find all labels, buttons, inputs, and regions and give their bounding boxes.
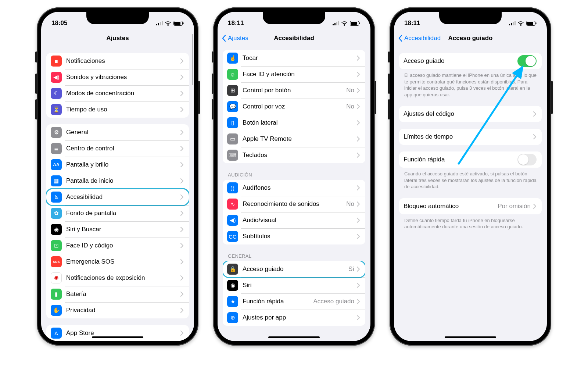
chevron-right-icon bbox=[356, 315, 360, 320]
footer-text: Define cuánto tiempo tarda tu iPhone en … bbox=[399, 214, 542, 232]
status-time: 18:11 bbox=[404, 19, 420, 27]
row-label: Acceso guiado bbox=[404, 57, 517, 65]
row-reconocimiento-de-sonidos[interactable]: ∿Reconocimiento de sonidosNo bbox=[223, 196, 365, 212]
row-fondo-de-pantalla[interactable]: ✿Fondo de pantalla bbox=[46, 205, 189, 221]
row-funcion-rapida[interactable]: ★Función rápidaAcceso guiado bbox=[223, 293, 365, 310]
row-control-por-voz[interactable]: 💬Control por vozNo bbox=[223, 99, 365, 115]
row-label: Acceso guiado bbox=[243, 265, 348, 273]
notch bbox=[86, 12, 149, 24]
row-acceso-guiado[interactable]: 🔒Acceso guiadoSí bbox=[223, 261, 365, 277]
row-passcode-settings[interactable]: Ajustes del código bbox=[399, 106, 542, 122]
row-app-store[interactable]: AApp Store bbox=[46, 325, 189, 341]
row-siri-y-buscar[interactable]: ◉Siri y Buscar bbox=[46, 221, 189, 238]
row-sonidos-y-vibraciones[interactable]: ◀)Sonidos y vibraciones bbox=[46, 69, 189, 85]
chevron-right-icon bbox=[180, 259, 184, 264]
row-control-por-boton[interactable]: ⊞Control por botónNo bbox=[223, 82, 365, 99]
screen-accessibility: 18:11 Ajustes Accesibilidad ☝Tocar☺Face … bbox=[218, 12, 370, 341]
status-icons bbox=[509, 21, 537, 26]
status-icons bbox=[156, 21, 184, 26]
row-label: Botón lateral bbox=[243, 119, 356, 126]
row-emergencia-sos[interactable]: SOSEmergencia SOS bbox=[46, 254, 189, 270]
row-time-limits[interactable]: Límites de tiempo bbox=[399, 129, 542, 145]
aa-icon: AA bbox=[51, 159, 62, 170]
row-face-id-y-codigo[interactable]: ⊡Face ID y código bbox=[46, 238, 189, 254]
status-icons bbox=[333, 21, 360, 26]
guided-access-settings[interactable]: Acceso guiado El acceso guiado mantiene … bbox=[394, 46, 547, 341]
row-subtitulos[interactable]: CCSubtítulos bbox=[223, 228, 365, 244]
back-button[interactable]: Ajustes bbox=[221, 30, 248, 46]
home-indicator[interactable] bbox=[92, 336, 143, 338]
chevron-right-icon bbox=[180, 275, 184, 281]
row-accesibilidad[interactable]: ♿︎Accesibilidad bbox=[46, 189, 189, 205]
row-siri[interactable]: ◉Siri bbox=[223, 277, 365, 293]
row-apple-tv-remote[interactable]: ▭Apple TV Remote bbox=[223, 131, 365, 147]
shortcut-switch[interactable] bbox=[517, 154, 537, 165]
screen-guided-access: 18:11 Accesibilidad Acceso guiado Acceso… bbox=[394, 12, 547, 341]
hand-icon: ✋ bbox=[51, 305, 62, 316]
scrollbar[interactable] bbox=[192, 34, 193, 85]
siri-icon: ◉ bbox=[227, 280, 238, 291]
chevron-right-icon bbox=[356, 104, 360, 109]
chevron-right-icon bbox=[356, 299, 360, 304]
touch-icon: ☝ bbox=[227, 53, 238, 64]
chevron-right-icon bbox=[356, 267, 360, 272]
face-icon: ☺ bbox=[227, 69, 238, 80]
row-label: Tiempo de uso bbox=[66, 106, 180, 113]
row-guided-access-toggle[interactable]: Acceso guiado bbox=[399, 53, 542, 69]
row-audiovisual[interactable]: ◀)Audio/visual bbox=[223, 212, 365, 228]
row-label: Sonidos y vibraciones bbox=[66, 74, 180, 81]
accessibility-list[interactable]: ☝Tocar☺Face ID y atención⊞Control por bo… bbox=[218, 46, 370, 341]
row-tiempo-de-uso[interactable]: ⏳Tiempo de uso bbox=[46, 101, 189, 118]
row-accessibility-shortcut[interactable]: Función rápida bbox=[399, 151, 542, 168]
row-centro-de-control[interactable]: ≣Centro de control bbox=[46, 140, 189, 157]
row-notificaciones[interactable]: ■Notificaciones bbox=[46, 53, 189, 69]
settings-list[interactable]: ■Notificaciones◀)Sonidos y vibraciones☾M… bbox=[41, 46, 194, 341]
row-face-id-y-atencion[interactable]: ☺Face ID y atención bbox=[223, 66, 365, 82]
row-boton-lateral[interactable]: ▯Botón lateral bbox=[223, 115, 365, 131]
chevron-right-icon bbox=[180, 75, 184, 80]
row-tocar[interactable]: ☝Tocar bbox=[223, 50, 365, 66]
row-notificaciones-de-exposicion[interactable]: ✺Notificaciones de exposición bbox=[46, 270, 189, 286]
chevron-right-icon bbox=[180, 194, 184, 200]
audiovisual-icon: ◀) bbox=[227, 215, 238, 226]
row-label: Función rápida bbox=[243, 298, 313, 305]
grid-icon: ▦ bbox=[51, 175, 62, 186]
row-teclados[interactable]: ⌨Teclados bbox=[223, 147, 365, 163]
row-label: Control por botón bbox=[243, 87, 346, 94]
row-detail: No bbox=[346, 87, 354, 94]
accessibility-icon: ♿︎ bbox=[51, 192, 62, 203]
page-title: Accesibilidad bbox=[274, 35, 314, 42]
row-audifonos[interactable]: ))Audífonos bbox=[223, 180, 365, 196]
home-indicator[interactable] bbox=[445, 336, 496, 338]
row-pantalla-de-inicio[interactable]: ▦Pantalla de inicio bbox=[46, 173, 189, 189]
row-ajustes-por-app[interactable]: ⊕Ajustes por app bbox=[223, 310, 365, 326]
appstore-icon: A bbox=[51, 328, 62, 339]
row-privacidad[interactable]: ✋Privacidad bbox=[46, 302, 189, 318]
row-detail: No bbox=[346, 103, 354, 110]
soundrec-icon: ∿ bbox=[227, 199, 238, 210]
back-button[interactable]: Accesibilidad bbox=[398, 30, 441, 46]
page-title: Acceso guiado bbox=[448, 35, 493, 42]
footer-text: Cuando el acceso guiado esté activado, s… bbox=[399, 168, 542, 192]
home-indicator[interactable] bbox=[268, 336, 320, 338]
row-general[interactable]: ⚙General bbox=[46, 124, 189, 140]
chevron-right-icon bbox=[180, 211, 184, 216]
voice-icon: 💬 bbox=[227, 101, 238, 112]
row-label: Ajustes del código bbox=[404, 110, 533, 118]
row-label: Pantalla y brillo bbox=[66, 161, 180, 168]
row-bateria[interactable]: ▮Batería bbox=[46, 286, 189, 302]
guided-access-switch[interactable] bbox=[517, 55, 537, 67]
row-pantalla-y-brillo[interactable]: AAPantalla y brillo bbox=[46, 157, 189, 173]
section-header: AUDICIÓN bbox=[223, 170, 365, 180]
row-modos-de-concentracion[interactable]: ☾Modos de concentración bbox=[46, 85, 189, 101]
section-header: GENERAL bbox=[223, 251, 365, 261]
row-detail: Acceso guiado bbox=[313, 298, 354, 305]
faceid-icon: ⊡ bbox=[51, 240, 62, 251]
chevron-right-icon bbox=[180, 107, 184, 112]
row-auto-lock[interactable]: Bloqueo automático Por omisión bbox=[399, 198, 542, 214]
flower-icon: ✿ bbox=[51, 208, 62, 219]
row-label: Siri y Buscar bbox=[66, 226, 180, 233]
row-label: Audífonos bbox=[243, 184, 356, 192]
battery-icon bbox=[173, 21, 184, 26]
shortcut-icon: ★ bbox=[227, 296, 238, 307]
